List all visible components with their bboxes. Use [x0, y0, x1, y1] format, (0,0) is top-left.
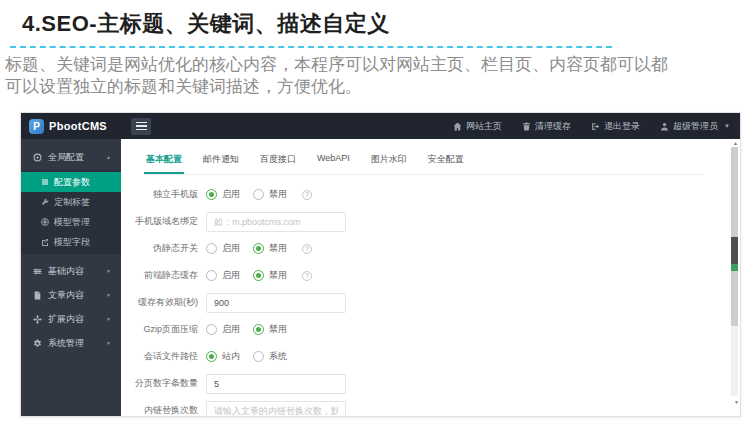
scroll-down-arrow-icon[interactable]: ▼ [734, 399, 739, 405]
mobile-domain-input[interactable] [206, 212, 346, 232]
signout-icon [591, 122, 600, 131]
tab-mail-notify[interactable]: 邮件通知 [201, 151, 241, 174]
radio-enable[interactable] [206, 270, 217, 281]
scrollbar-thumb[interactable] [731, 237, 738, 264]
chevron-down-icon: ▼ [724, 123, 730, 129]
sidebar-toggle-button[interactable] [131, 118, 151, 135]
sidebar-item-config-params[interactable]: 配置参数 [21, 172, 121, 192]
home-icon [453, 122, 462, 131]
form-row-session-path: 会话文件路径 站内 系统 [121, 343, 740, 370]
radio-disable[interactable] [253, 243, 264, 254]
radio-enable[interactable] [206, 324, 217, 335]
radio-system[interactable] [253, 351, 264, 362]
form-row-gzip: Gzip页面压缩 启用 禁用 [121, 316, 740, 343]
list-icon [41, 178, 49, 186]
sidebar-item-custom-tags[interactable]: 定制标签 [21, 192, 121, 212]
innerlink-count-input[interactable] [206, 401, 346, 418]
sidebar-item-system-manage[interactable]: 系统管理 ▼ [21, 332, 121, 354]
hamburger-icon [136, 122, 147, 124]
radio-disable[interactable] [253, 270, 264, 281]
caret-down-icon: ▼ [106, 292, 111, 298]
scrollbar-thumb-tip [731, 264, 738, 271]
caret-down-icon: ▼ [106, 268, 111, 274]
pbootcms-admin-panel: P PbootCMS 网站主页 清理缓存 退出登录 超级管理员 ▼ [20, 112, 741, 417]
basic-config-form: 独立手机版 启用 禁用 ? 手机版域名绑定 伪静态开关 启用 禁用 [121, 175, 740, 417]
caret-down-icon: ▼ [106, 340, 111, 346]
user-icon [660, 122, 669, 131]
sidebar-item-article-content[interactable]: 文章内容 ▼ [21, 284, 121, 306]
radio-enable[interactable] [206, 243, 217, 254]
gear-icon [33, 339, 42, 348]
sidebar-item-basic-content[interactable]: 基础内容 ▼ [21, 260, 121, 282]
sidebar-submenu-global-config: 配置参数 定制标签 模型管理 模型字段 [21, 170, 121, 254]
sidebar-item-model-manage[interactable]: 模型管理 [21, 212, 121, 232]
page-description: 标题、关键词是网站优化的核心内容，本程序可以对网站主页、栏目页、内容页都可以都可… [5, 54, 750, 98]
tab-security-config[interactable]: 安全配置 [426, 151, 466, 174]
radio-enable[interactable] [206, 189, 217, 200]
form-row-rewrite-switch: 伪静态开关 启用 禁用 ? [121, 235, 740, 262]
tab-webapi[interactable]: WebAPI [315, 151, 352, 174]
wrench-icon [41, 198, 49, 206]
page-title: 4.SEO-主标题、关键词、描述自定义 [22, 9, 390, 39]
globe-icon [41, 218, 49, 226]
help-icon[interactable]: ? [302, 244, 312, 254]
config-tabs: 基本配置 邮件通知 百度接口 WebAPI 图片水印 安全配置 [144, 151, 704, 175]
trash-icon [522, 122, 531, 131]
form-row-mobile-domain: 手机版域名绑定 [121, 208, 740, 235]
sidebar: 全局配置 ▲ 配置参数 定制标签 模型管理 模型字段 [21, 139, 121, 417]
form-row-cache-expire: 缓存有效期(秒) [121, 289, 740, 316]
help-icon[interactable]: ? [302, 190, 312, 200]
file-icon [33, 291, 42, 300]
caret-up-icon: ▲ [106, 154, 111, 160]
pagination-count-input[interactable] [206, 374, 346, 394]
description-line1: 标题、关键词是网站优化的核心内容，本程序可以对网站主页、栏目页、内容页都可以都 [5, 55, 668, 74]
sliders-icon [33, 267, 42, 276]
form-row-mobile-version: 独立手机版 启用 禁用 ? [121, 181, 740, 208]
radio-disable[interactable] [253, 324, 264, 335]
pbootcms-logo-icon: P [29, 119, 44, 134]
tab-basic-config[interactable]: 基本配置 [144, 151, 184, 174]
brand-name: PbootCMS [49, 120, 107, 132]
edit-icon [41, 238, 49, 246]
description-line2: 可以设置独立的标题和关键词描述，方便优化。 [5, 77, 362, 96]
radio-disable[interactable] [253, 189, 264, 200]
topnav-menu: 网站主页 清理缓存 退出登录 超级管理员 ▼ [443, 113, 740, 139]
topnav-item-logout[interactable]: 退出登录 [581, 113, 650, 139]
form-row-static-cache: 前端静态缓存 启用 禁用 ? [121, 262, 740, 289]
scroll-up-arrow-icon[interactable]: ▲ [733, 140, 738, 146]
scrollbar-track-lower[interactable] [731, 326, 738, 396]
form-row-innerlink-count: 内链替换次数 [121, 397, 740, 417]
form-row-pagination-count: 分页数字条数量 [121, 370, 740, 397]
cache-expire-input[interactable] [206, 293, 346, 313]
topnav-item-site-home[interactable]: 网站主页 [443, 113, 512, 139]
config-content: 基本配置 邮件通知 百度接口 WebAPI 图片水印 安全配置 独立手机版 启用… [121, 139, 740, 417]
topnav-item-admin-account[interactable]: 超级管理员 ▼ [650, 113, 740, 139]
sidebar-item-model-fields[interactable]: 模型字段 [21, 232, 121, 252]
sidebar-item-global-config[interactable]: 全局配置 ▲ [21, 146, 121, 168]
dashed-divider [10, 46, 612, 48]
expand-icon [33, 315, 42, 324]
brand[interactable]: P PbootCMS [21, 119, 121, 134]
tab-watermark[interactable]: 图片水印 [369, 151, 409, 174]
target-icon [33, 153, 42, 162]
radio-onsite[interactable] [206, 351, 217, 362]
tab-baidu-api[interactable]: 百度接口 [258, 151, 298, 174]
sidebar-item-extend-content[interactable]: 扩展内容 ▼ [21, 308, 121, 330]
topnav-item-clear-cache[interactable]: 清理缓存 [512, 113, 581, 139]
help-icon[interactable]: ? [302, 271, 312, 281]
top-navbar: P PbootCMS 网站主页 清理缓存 退出登录 超级管理员 ▼ [21, 113, 740, 139]
caret-down-icon: ▼ [106, 316, 111, 322]
